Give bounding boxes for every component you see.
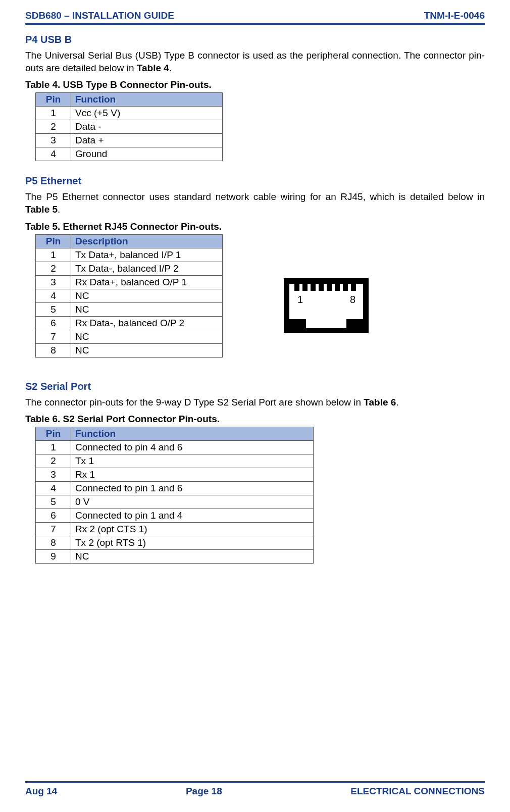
rj45-label-1: 1 (297, 294, 303, 305)
table4-header-func: Function (71, 93, 223, 107)
table5: Pin Description 1Tx Data+, balanced I/P … (35, 234, 223, 358)
table-row: 7Rx 2 (opt CTS 1) (36, 523, 314, 536)
cell-pin: 2 (36, 120, 71, 134)
footer-date: Aug 14 (25, 786, 57, 797)
paragraph-ethernet: The P5 Ethernet connector uses standard … (25, 191, 485, 216)
cell-pin: 7 (36, 330, 71, 343)
svg-rect-2 (306, 317, 346, 328)
cell-func: Ground (71, 147, 223, 161)
table4-caption: Table 4. USB Type B Connector Pin-outs. (25, 79, 485, 90)
table-row: 50 V (36, 495, 314, 509)
cell-pin: 5 (36, 302, 71, 316)
table-row: 1Vcc (+5 V) (36, 107, 223, 120)
table-row: 6Rx Data-, balanced O/P 2 (36, 316, 223, 330)
section-title-serial: S2 Serial Port (25, 381, 485, 392)
cell-pin: 9 (36, 550, 71, 564)
cell-func: Data + (71, 134, 223, 147)
cell-pin: 8 (36, 536, 71, 550)
table-row: 4NC (36, 289, 223, 302)
table-row: 6Connected to pin 1 and 4 (36, 509, 314, 523)
cell-pin: 3 (36, 468, 71, 482)
cell-func: Tx 2 (opt RTS 1) (71, 536, 314, 550)
cell-pin: 4 (36, 482, 71, 495)
usb-text-bold: Table 4 (137, 63, 169, 73)
svg-rect-3 (294, 284, 299, 291)
table5-caption: Table 5. Ethernet RJ45 Connector Pin-out… (25, 221, 485, 232)
cell-func: Connected to pin 4 and 6 (71, 441, 314, 454)
table-row: Pin Description (36, 234, 223, 248)
cell-pin: 1 (36, 248, 71, 262)
cell-func: Connected to pin 1 and 6 (71, 482, 314, 495)
svg-rect-5 (311, 284, 316, 291)
eth-text-prefix: The P5 Ethernet connector uses standard … (25, 191, 485, 202)
table-row: 1Connected to pin 4 and 6 (36, 441, 314, 454)
header-code-right: TNM-I-E-0046 (424, 10, 485, 21)
table4: Pin Function 1Vcc (+5 V) 2Data - 3Data +… (35, 92, 223, 161)
table5-header-desc: Description (71, 234, 223, 248)
svg-rect-4 (302, 284, 308, 291)
cell-pin: 1 (36, 107, 71, 120)
table6-header-func: Function (71, 427, 314, 441)
cell-func: Tx Data+, balanced I/P 1 (71, 248, 223, 262)
cell-func: NC (71, 330, 223, 343)
table-row: Pin Function (36, 427, 314, 441)
table-row: 7NC (36, 330, 223, 343)
cell-pin: 3 (36, 275, 71, 289)
cell-func: Rx Data-, balanced O/P 2 (71, 316, 223, 330)
table4-header-pin: Pin (36, 93, 71, 107)
table-row: 3Rx 1 (36, 468, 314, 482)
cell-func: 0 V (71, 495, 314, 509)
svg-rect-6 (319, 284, 324, 291)
footer-page-number: Page 18 (186, 786, 222, 797)
table-row: 3Rx Data+, balanced O/P 1 (36, 275, 223, 289)
svg-rect-9 (343, 284, 348, 291)
cell-pin: 2 (36, 454, 71, 468)
cell-pin: 2 (36, 262, 71, 275)
footer-section-name: ELECTRICAL CONNECTIONS (350, 786, 485, 797)
table-row: 8Tx 2 (opt RTS 1) (36, 536, 314, 550)
table6-caption: Table 6. S2 Serial Port Connector Pin-ou… (25, 414, 485, 425)
table-row: 3Data + (36, 134, 223, 147)
table6-header-pin: Pin (36, 427, 71, 441)
eth-text-suffix: . (58, 204, 60, 215)
cell-func: NC (71, 302, 223, 316)
section-title-ethernet: P5 Ethernet (25, 175, 485, 187)
header-title-left: SDB680 – INSTALLATION GUIDE (25, 10, 174, 21)
cell-pin: 1 (36, 441, 71, 454)
table6: Pin Function 1Connected to pin 4 and 6 2… (35, 427, 314, 564)
cell-pin: 6 (36, 509, 71, 523)
section-title-usb: P4 USB B (25, 34, 485, 45)
table-row: 2Tx Data-, balanced I/P 2 (36, 262, 223, 275)
usb-text-suffix: . (169, 63, 172, 73)
cell-func: NC (71, 289, 223, 302)
page-footer: Aug 14 Page 18 ELECTRICAL CONNECTIONS (25, 781, 485, 797)
table-row: 2Data - (36, 120, 223, 134)
cell-func: Vcc (+5 V) (71, 107, 223, 120)
eth-text-bold: Table 5 (25, 204, 58, 215)
table-row: 1Tx Data+, balanced I/P 1 (36, 248, 223, 262)
cell-pin: 5 (36, 495, 71, 509)
rj45-connector-icon: 1 8 (283, 278, 369, 333)
svg-rect-8 (335, 284, 340, 291)
cell-func: Tx 1 (71, 454, 314, 468)
table-row: Pin Function (36, 93, 223, 107)
cell-func: NC (71, 343, 223, 357)
cell-func: Rx Data+, balanced O/P 1 (71, 275, 223, 289)
serial-text-suffix: . (396, 397, 398, 408)
cell-pin: 6 (36, 316, 71, 330)
cell-pin: 7 (36, 523, 71, 536)
svg-rect-7 (327, 284, 332, 291)
cell-func: Rx 2 (opt CTS 1) (71, 523, 314, 536)
table-row: 5NC (36, 302, 223, 316)
svg-rect-10 (351, 284, 356, 291)
cell-pin: 8 (36, 343, 71, 357)
table-row: 2Tx 1 (36, 454, 314, 468)
usb-text-prefix: The Universal Serial Bus (USB) Type B co… (25, 50, 485, 73)
cell-func: NC (71, 550, 314, 564)
table-row: 8NC (36, 343, 223, 357)
page-header: SDB680 – INSTALLATION GUIDE TNM-I-E-0046 (25, 10, 485, 25)
table-row: 4Ground (36, 147, 223, 161)
cell-func: Rx 1 (71, 468, 314, 482)
cell-func: Connected to pin 1 and 4 (71, 509, 314, 523)
cell-func: Data - (71, 120, 223, 134)
